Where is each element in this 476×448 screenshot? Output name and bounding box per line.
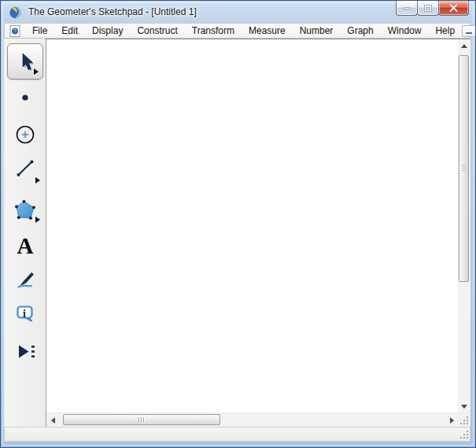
scroll-up-button[interactable] [458,39,470,52]
menu-graph[interactable]: Graph [340,24,380,39]
restore-button[interactable] [417,1,439,16]
minimize-icon [404,7,411,9]
thumb-grip-icon [138,417,146,422]
marker-tool[interactable] [13,267,37,291]
menubar: File Edit Display Construct Transform Me… [4,23,470,39]
flyout-arrow-icon[interactable] [35,177,40,183]
scroll-right-button[interactable] [445,413,458,427]
menu-edit[interactable]: Edit [54,24,85,39]
flyout-arrow-icon[interactable] [35,217,40,223]
point-icon [13,86,37,109]
menu-number[interactable]: Number [293,24,341,39]
menu-measure[interactable]: Measure [242,24,293,39]
menu-window[interactable]: Window [381,24,429,39]
window-resize-grip-icon[interactable] [459,430,469,439]
titlebar[interactable]: The Geometer's Sketchpad - [Untitled 1] [1,1,475,23]
pentagon-icon [13,198,37,222]
vertical-scrollbar[interactable] [458,39,470,413]
document-icon[interactable] [9,25,20,37]
right-arrow-icon [450,417,454,424]
mdi-window-controls [462,25,476,37]
sketch-canvas[interactable] [46,39,458,413]
scroll-left-button[interactable] [46,413,59,427]
left-arrow-icon [51,417,55,424]
horizontal-scroll-thumb[interactable] [63,414,220,425]
segment-icon [13,157,37,180]
window-controls [397,1,469,16]
status-bar [4,427,470,442]
resize-grip-icon [459,416,469,425]
flyout-arrow-icon[interactable] [34,68,39,75]
down-arrow-icon [461,405,467,409]
resize-corner[interactable] [458,413,470,427]
minimize-button[interactable] [396,1,418,16]
information-tool[interactable]: i [13,302,37,326]
scroll-down-button[interactable] [458,400,470,413]
window-title: The Geometer's Sketchpad - [Untitled 1] [28,6,197,17]
mdi-minimize-button[interactable] [462,25,476,37]
app-window: The Geometer's Sketchpad - [Untitled 1] … [0,0,476,448]
info-bubble-icon: i [13,302,37,326]
workspace: A i [4,39,470,427]
svg-text:i: i [23,308,26,320]
custom-tool-arrow-icon [13,339,37,363]
text-tool[interactable]: A [13,234,37,257]
point-tool[interactable] [13,86,37,109]
menu-file[interactable]: File [25,24,54,39]
close-button[interactable] [438,1,469,16]
straightedge-tool[interactable] [13,157,37,180]
menu-transform[interactable]: Transform [185,24,242,39]
compass-tool[interactable] [13,123,37,146]
sketchpad-logo-icon [9,6,22,19]
custom-tools[interactable] [13,339,37,363]
toolbox: A i [4,39,46,427]
circle-plus-icon [13,123,37,146]
vertical-scroll-thumb[interactable] [459,55,469,282]
marker-pen-icon [13,267,37,291]
document-area [46,39,458,427]
menu-construct[interactable]: Construct [130,24,184,39]
menu-help[interactable]: Help [428,24,462,39]
menu-display[interactable]: Display [85,24,130,39]
mdi-minimize-icon [466,32,472,34]
polygon-tool[interactable] [13,198,37,222]
horizontal-scrollbar[interactable] [46,413,458,427]
letter-a-icon: A [13,234,37,257]
close-icon [449,4,458,13]
restore-icon [424,5,432,12]
selection-arrow-tool[interactable] [7,43,43,80]
vertical-scrollbar-column [458,39,470,427]
thumb-grip-icon [462,165,466,172]
up-arrow-icon [461,44,467,48]
